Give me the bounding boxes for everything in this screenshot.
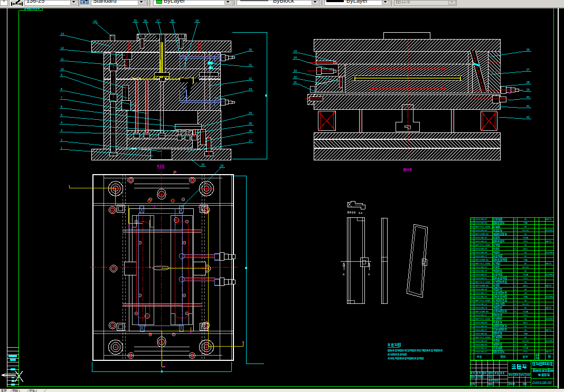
svg-text:45: 45 — [524, 244, 527, 246]
svg-text:13: 13 — [61, 32, 64, 35]
svg-text:10: 10 — [471, 318, 473, 320]
svg-text:T10A: T10A — [523, 347, 528, 349]
svg-text:25: 25 — [201, 163, 204, 166]
svg-text:45: 45 — [524, 318, 527, 320]
svg-text:ByBlock: ByBlock — [273, 0, 294, 4]
svg-text:23: 23 — [471, 270, 473, 272]
svg-text:18: 18 — [171, 19, 174, 22]
svg-text:35: 35 — [471, 225, 473, 228]
svg-text:GB/T70.1-2000: GB/T70.1-2000 — [475, 281, 491, 283]
svg-text:25: 25 — [249, 122, 252, 125]
svg-text:16: 16 — [144, 19, 147, 22]
svg-text:1: 1 — [61, 146, 62, 149]
svg-text:21: 21 — [471, 277, 473, 280]
svg-text:DX01GB-07: DX01GB-07 — [475, 329, 487, 331]
svg-text:45: 45 — [524, 281, 527, 283]
svg-text:GCr15: GCr15 — [522, 266, 529, 269]
svg-text:DX01GB-14: DX01GB-14 — [475, 303, 487, 305]
svg-text:DX01GB-09: DX01GB-09 — [475, 321, 487, 324]
svg-text:17: 17 — [156, 19, 159, 22]
svg-text:T10A: T10A — [523, 310, 528, 313]
svg-text:5: 5 — [61, 113, 62, 117]
svg-text:11: 11 — [471, 314, 473, 317]
svg-text:24: 24 — [249, 111, 252, 114]
svg-text:Standard: Standard — [93, 0, 117, 4]
svg-text:21: 21 — [249, 63, 252, 66]
svg-text:GB/T70: GB/T70 — [546, 263, 552, 265]
svg-text:24: 24 — [471, 266, 473, 269]
svg-text:40: 40 — [527, 95, 530, 99]
svg-text:17: 17 — [471, 292, 473, 294]
svg-text:34: 34 — [471, 229, 473, 232]
svg-text:136-25: 136-25 — [26, 0, 44, 4]
svg-text:58-62HRC: 58-62HRC — [546, 252, 554, 254]
svg-text:1: 1 — [18, 389, 20, 392]
svg-text:8: 8 — [61, 88, 62, 91]
svg-text:28: 28 — [471, 251, 473, 254]
svg-text:GB/T2089-94: GB/T2089-94 — [475, 233, 489, 235]
svg-text:32: 32 — [471, 236, 473, 239]
svg-text:DX01GB-16: DX01GB-16 — [475, 295, 487, 298]
svg-text:10: 10 — [61, 68, 64, 71]
svg-text:GB/T2089-94: GB/T2089-94 — [475, 284, 489, 287]
svg-text:12: 12 — [471, 310, 473, 313]
svg-text:33: 33 — [294, 69, 297, 72]
svg-text:GB/T2089-94: GB/T2089-94 — [475, 310, 489, 313]
svg-text:22: 22 — [471, 273, 473, 276]
svg-text:45: 45 — [524, 233, 527, 235]
svg-text:3: 3 — [61, 129, 62, 132]
svg-text:DX01GB-21: DX01GB-21 — [475, 277, 487, 280]
svg-text:GB/T70.1-2000: GB/T70.1-2000 — [475, 225, 491, 228]
svg-text:27: 27 — [249, 139, 252, 142]
svg-text:DX01GB-22: DX01GB-22 — [475, 273, 487, 276]
svg-text:45: 45 — [524, 299, 527, 302]
svg-text:36: 36 — [471, 222, 473, 224]
svg-text:GB/T70.1-2000: GB/T70.1-2000 — [475, 318, 491, 320]
svg-text:27: 27 — [471, 255, 473, 257]
svg-text:22: 22 — [249, 77, 252, 80]
svg-text:16: 16 — [471, 295, 473, 298]
svg-text:11: 11 — [61, 58, 64, 61]
svg-text:45: 45 — [524, 218, 527, 221]
svg-text:DX01GB-23: DX01GB-23 — [475, 270, 487, 272]
svg-text:40Cr: 40Cr — [523, 284, 528, 287]
svg-text:2: 2 — [35, 389, 37, 392]
svg-text:18: 18 — [471, 288, 473, 291]
svg-text:GB/T70: GB/T70 — [546, 329, 552, 331]
svg-text:32: 32 — [294, 75, 297, 79]
svg-text:T8A: T8A — [523, 332, 528, 335]
svg-text:23: 23 — [294, 50, 297, 53]
svg-text:DX01GB-32: DX01GB-32 — [475, 236, 487, 239]
svg-text:41: 41 — [527, 104, 530, 108]
svg-text:GB/T70.1-2000: GB/T70.1-2000 — [475, 336, 491, 339]
svg-text:14: 14 — [93, 20, 97, 23]
svg-text:A-A: A-A — [359, 212, 362, 214]
svg-text:T8A: T8A — [523, 259, 528, 261]
svg-text:19: 19 — [471, 284, 473, 287]
svg-text:40Cr: 40Cr — [523, 247, 528, 250]
svg-text:31: 31 — [294, 81, 297, 84]
svg-text:58-62HRC: 58-62HRC — [546, 230, 554, 232]
svg-text:58-62HRC: 58-62HRC — [546, 318, 554, 320]
svg-text:58-62HRC: 58-62HRC — [546, 340, 554, 342]
svg-text:20: 20 — [249, 48, 252, 51]
svg-text:29: 29 — [220, 164, 223, 167]
svg-text:33: 33 — [471, 233, 473, 235]
svg-text:15: 15 — [134, 19, 137, 22]
svg-text:DX01GB-13: DX01GB-13 — [475, 307, 487, 309]
svg-text:45: 45 — [524, 292, 527, 294]
svg-text:45: 45 — [524, 343, 527, 346]
svg-text:DX01GB-11: DX01GB-11 — [475, 314, 487, 317]
svg-text:GB/T70: GB/T70 — [546, 218, 552, 221]
svg-text:DX01GB-01: DX01GB-01 — [475, 350, 487, 353]
svg-text:GB/T70.1-2000: GB/T70.1-2000 — [475, 299, 491, 302]
svg-text:DX01GB-29: DX01GB-29 — [475, 247, 487, 250]
svg-text:GCr15: GCr15 — [522, 229, 529, 232]
svg-text:45: 45 — [524, 251, 527, 254]
svg-text:T10A: T10A — [523, 236, 528, 239]
svg-text:P20: P20 — [523, 350, 528, 353]
svg-text:2: 2 — [61, 138, 62, 141]
svg-text:25: 25 — [471, 262, 473, 265]
svg-text:DX01GB-24: DX01GB-24 — [475, 266, 487, 269]
svg-text:DX01GB-00: DX01GB-00 — [532, 381, 552, 385]
